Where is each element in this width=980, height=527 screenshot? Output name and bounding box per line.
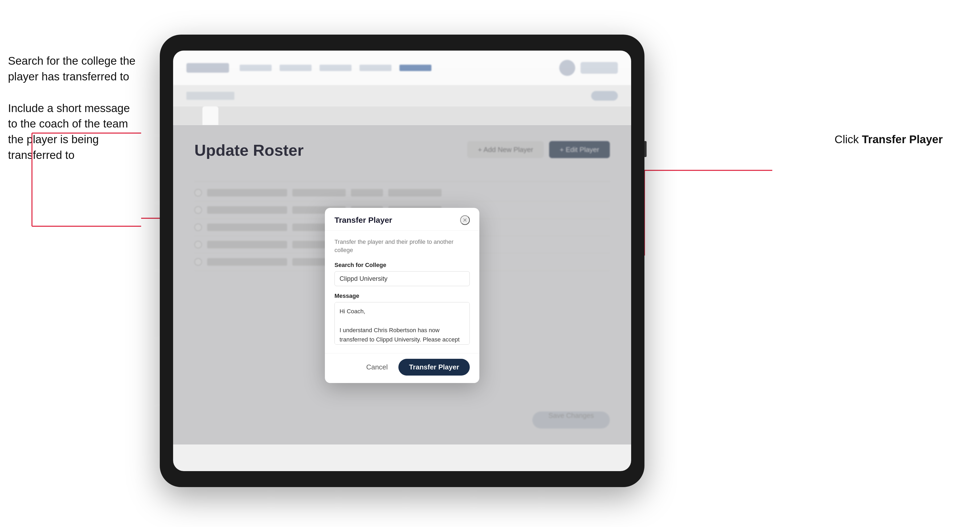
- message-label: Message: [334, 292, 470, 300]
- nav-links: [240, 65, 549, 71]
- tab-item-1: [186, 106, 202, 125]
- sub-bar-btn: [591, 91, 618, 101]
- nav-link-1: [240, 65, 272, 71]
- modal-close-button[interactable]: ×: [460, 215, 470, 225]
- nav-link-active: [399, 65, 431, 71]
- search-college-input[interactable]: [334, 271, 470, 286]
- nav-logo: [186, 63, 229, 73]
- nav-avatar: [559, 60, 575, 76]
- transfer-player-modal: Transfer Player × Transfer the player an…: [325, 208, 479, 383]
- nav-right: [559, 60, 618, 76]
- annotation-click-text: Click: [835, 133, 862, 146]
- modal-footer: Cancel Transfer Player: [325, 353, 479, 383]
- cancel-button[interactable]: Cancel: [361, 360, 393, 375]
- modal-header: Transfer Player ×: [325, 208, 479, 230]
- annotation-message-text: Include a short message to the coach of …: [8, 101, 141, 163]
- message-textarea[interactable]: Hi Coach, I understand Chris Robertson h…: [334, 302, 470, 344]
- sub-bar-item-1: [186, 92, 234, 100]
- nav-link-3: [320, 65, 352, 71]
- annotation-search-text: Search for the college the player has tr…: [8, 53, 141, 85]
- tab-bar: [173, 106, 631, 125]
- main-content: Update Roster + Add New Player + Edit Pl…: [173, 125, 631, 444]
- nav-link-2: [280, 65, 312, 71]
- transfer-player-button[interactable]: Transfer Player: [398, 359, 470, 376]
- annotation-transfer-bold: Transfer Player: [862, 133, 943, 146]
- tablet-frame: Update Roster + Add New Player + Edit Pl…: [160, 35, 644, 487]
- search-college-label: Search for College: [334, 262, 470, 268]
- annotation-left-panel: Search for the college the player has tr…: [8, 53, 141, 179]
- modal-title: Transfer Player: [334, 216, 392, 225]
- tablet-power-button: [644, 141, 647, 157]
- nav-bar: [173, 51, 631, 85]
- sub-bar: [173, 85, 631, 106]
- modal-overlay: Transfer Player × Transfer the player an…: [173, 125, 631, 444]
- nav-action-btn: [581, 62, 618, 74]
- modal-body: Transfer the player and their profile to…: [325, 230, 479, 354]
- tablet-screen: Update Roster + Add New Player + Edit Pl…: [173, 51, 631, 471]
- tab-item-active: [202, 106, 218, 125]
- annotation-right-panel: Click Transfer Player: [835, 133, 943, 146]
- nav-link-4: [360, 65, 391, 71]
- modal-subtitle: Transfer the player and their profile to…: [334, 238, 470, 254]
